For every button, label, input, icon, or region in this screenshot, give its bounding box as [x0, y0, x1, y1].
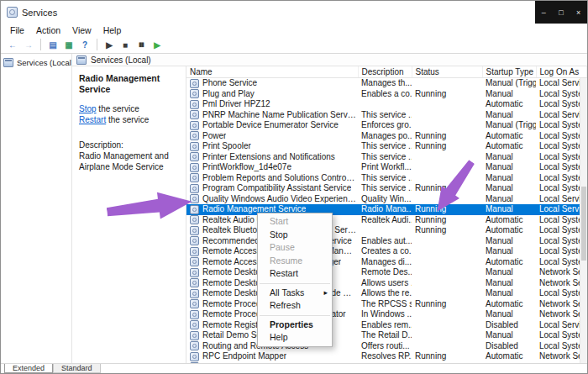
service-row[interactable]: Routing and Remote AccessOffers routi...…	[186, 341, 587, 352]
service-action-line: Restart the service	[79, 114, 179, 125]
service-row[interactable]: Phone ServiceManages th...Manual (Trigg.…	[186, 78, 587, 89]
service-gear-icon	[190, 289, 199, 298]
console-icon	[3, 58, 13, 67]
service-links: Stop the serviceRestart the service	[79, 103, 179, 125]
statusbar-tabs: ExtendedStandard	[4, 364, 101, 373]
service-gear-icon	[190, 89, 199, 98]
service-row[interactable]: PowerManages po...RunningAutomaticLocal …	[186, 131, 587, 142]
service-gear-icon	[190, 236, 199, 245]
tree-item-services-local[interactable]: Services (Local)	[1, 56, 71, 69]
context-menu-item-properties[interactable]: Properties	[258, 319, 332, 332]
column-header-name[interactable]: Name	[186, 66, 358, 78]
service-gear-icon	[190, 331, 199, 340]
scrollbar-thumb[interactable]	[581, 187, 586, 261]
console-tree-panel: Services (Local)	[1, 54, 72, 363]
toolbar: ←→▤▦?▶■▮▮▶	[1, 36, 587, 54]
service-row[interactable]: Realtek Audio Universal ServiceRealtek A…	[186, 215, 587, 226]
service-row[interactable]: Pml Driver HPZ12AutomaticLocal System	[186, 99, 587, 110]
service-gear-icon	[190, 299, 199, 308]
maximize-button[interactable]: □	[553, 1, 570, 24]
menu-separator	[260, 315, 330, 316]
service-row[interactable]: Remote Procedure Call (RPC) LocatorIn Wi…	[186, 309, 587, 320]
context-menu-item-restart[interactable]: Restart	[258, 267, 332, 281]
pause-service-icon[interactable]: ▮▮	[134, 38, 149, 51]
service-row[interactable]: PNRP Machine Name Publication ServiceThi…	[186, 110, 587, 121]
help-icon[interactable]: ?	[77, 38, 92, 51]
service-row[interactable]: Printer Extensions and NotificationsThis…	[186, 152, 587, 163]
service-row[interactable]: Remote Procedure Call (RPC)The RPCSS s..…	[186, 299, 587, 310]
menu-separator	[260, 283, 330, 284]
close-button[interactable]: ×	[570, 1, 587, 24]
service-row[interactable]: Quality Windows Audio Video ExperienceQu…	[186, 194, 587, 205]
stop-service-link[interactable]: Stop	[79, 104, 97, 113]
service-gear-icon	[190, 100, 199, 109]
services-app-icon	[7, 7, 18, 18]
tab-standard[interactable]: Standard	[53, 364, 101, 373]
service-gear-icon	[190, 121, 199, 130]
service-row[interactable]: Remote Access Connection ManagerManages …	[186, 257, 587, 268]
service-gear-icon	[190, 152, 199, 161]
menu-bar: FileActionViewHelp	[1, 24, 587, 36]
restart-service-link[interactable]: Restart	[79, 115, 106, 124]
minimize-button[interactable]: –	[535, 1, 553, 24]
table-header-row: NameDescriptionStatusStartup TypeLog On …	[186, 66, 587, 78]
menu-action[interactable]: Action	[30, 25, 66, 35]
service-row-selected[interactable]: Radio Management ServiceRadio Mana...Run…	[186, 204, 587, 215]
forward-icon[interactable]: →	[21, 38, 36, 51]
service-gear-icon	[190, 173, 199, 182]
window-controls: –□×	[535, 1, 587, 24]
stop-service-icon[interactable]: ■	[118, 38, 133, 51]
service-gear-icon	[190, 79, 199, 88]
service-row[interactable]: Remote Desktop Services UserMode Port Re…	[186, 288, 587, 299]
start-service-icon[interactable]: ▶	[102, 38, 117, 51]
context-menu-item-all-tasks[interactable]: All Tasks▸	[258, 287, 332, 300]
service-row[interactable]: PrintWorkflow_1d4e07ePrint Workfl...Manu…	[186, 162, 587, 173]
service-row[interactable]: Plug and PlayEnables a co...RunningManua…	[186, 89, 587, 100]
service-row[interactable]: Remote Desktop ConfigurationRemote Des..…	[186, 267, 587, 278]
service-row[interactable]: Remote RegistryEnables rem...DisabledLoc…	[186, 320, 587, 331]
service-gear-icon	[190, 110, 199, 119]
column-header-status[interactable]: Status	[412, 66, 482, 78]
service-row[interactable]: Realtek Bluetooth Device Manager Service…	[186, 225, 587, 236]
menu-file[interactable]: File	[4, 25, 30, 35]
tree-item-label: Services (Local)	[17, 58, 71, 67]
column-header-startup-type[interactable]: Startup Type	[482, 66, 536, 78]
title-bar: Services –□×	[1, 1, 587, 24]
column-header-description[interactable]: Description	[358, 66, 412, 78]
service-gear-icon	[190, 352, 199, 361]
service-row[interactable]: Program Compatibility Assistant ServiceT…	[186, 183, 587, 194]
export-list-icon[interactable]: ▦	[61, 38, 76, 51]
show-console-tree-icon[interactable]: ▤	[45, 38, 60, 51]
console-icon	[76, 55, 87, 65]
vertical-scrollbar[interactable]	[580, 78, 587, 363]
service-gear-icon	[190, 131, 199, 140]
service-row[interactable]: Remote Desktop ServicesAllows users ...M…	[186, 278, 587, 289]
description-label: Description:	[79, 140, 179, 150]
menu-help[interactable]: Help	[97, 25, 128, 35]
service-row[interactable]: Remote Access Auto Connection ManagerCre…	[186, 246, 587, 257]
context-menu-item-help[interactable]: Help	[258, 331, 332, 345]
service-row[interactable]: RPC Endpoint MapperResolves RP...Running…	[186, 351, 587, 362]
back-icon[interactable]: ←	[5, 38, 20, 51]
service-gear-icon	[190, 142, 199, 151]
context-menu-item-refresh[interactable]: Refresh	[258, 299, 332, 313]
menu-view[interactable]: View	[66, 25, 97, 35]
services-window: Services –□× FileActionViewHelp ←→▤▦?▶■▮…	[0, 0, 588, 374]
service-row[interactable]: Print SpoolerThis service ...RunningAuto…	[186, 141, 587, 152]
column-header-log-on-as[interactable]: Log On As	[536, 66, 587, 78]
service-row[interactable]: Portable Device Enumerator ServiceEnforc…	[186, 120, 587, 131]
service-row[interactable]: Recommended Troubleshooting ServiceEnabl…	[186, 236, 587, 247]
service-row[interactable]: Problem Reports and Solutions Control Pa…	[186, 173, 587, 184]
service-row[interactable]: Retail Demo ServiceThe Retail D...Manual…	[186, 330, 587, 341]
service-gear-icon	[190, 184, 199, 193]
submenu-arrow-icon: ▸	[323, 287, 328, 300]
toolbar-separator	[40, 39, 41, 50]
tab-extended[interactable]: Extended	[4, 364, 53, 373]
main-header-label: Services (Local)	[91, 55, 151, 65]
restart-service-icon[interactable]: ▶	[150, 38, 165, 51]
toolbar-separator	[97, 39, 97, 50]
service-description: Radio Management and Airplane Mode Servi…	[79, 151, 179, 172]
service-gear-icon	[190, 310, 199, 319]
context-menu-item-stop[interactable]: Stop	[258, 229, 332, 242]
service-row[interactable]: Secondary LogonEnables st...ManualLocal …	[186, 362, 587, 364]
